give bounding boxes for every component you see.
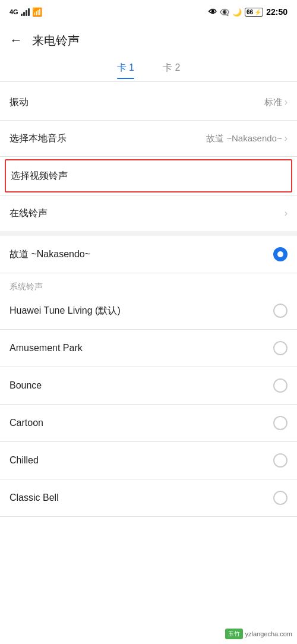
- thick-divider: [0, 231, 297, 236]
- ringtone-label-3: Cartoon: [10, 418, 43, 428]
- status-right: 👁 👁‍🗨 🌙 66 ⚡ 22:50: [208, 7, 287, 17]
- time-display: 22:50: [266, 7, 287, 17]
- divider1: [0, 120, 297, 121]
- divider-r3: [0, 441, 297, 442]
- eye-icon: 👁: [208, 7, 217, 17]
- divider-r5: [0, 516, 297, 517]
- divider2: [0, 156, 297, 157]
- watermark-text: yzlangecha.com: [245, 630, 293, 637]
- local-music-value: 故道 ~Nakasendo~ ›: [206, 133, 287, 144]
- highlight-border: 选择视频铃声: [5, 159, 292, 192]
- ringtone-label-2: Bounce: [10, 380, 42, 391]
- ringtone-radio-3[interactable]: [273, 416, 287, 430]
- tab-card1[interactable]: 卡 1: [117, 62, 134, 79]
- divider-r4: [0, 479, 297, 479]
- divider-r0: [0, 329, 297, 330]
- selected-ringtone-radio[interactable]: [273, 247, 287, 261]
- network-indicator: 4G: [10, 8, 18, 15]
- ringtone-radio-0[interactable]: [273, 304, 287, 318]
- ringtone-radio-1[interactable]: [273, 341, 287, 355]
- divider-r1: [0, 367, 297, 367]
- ringtone-item-1[interactable]: Amusement Park: [0, 332, 297, 364]
- ringtone-label-4: Chilled: [10, 455, 39, 466]
- ringtone-radio-4[interactable]: [273, 453, 287, 468]
- selected-ringtone-row[interactable]: 故道 ~Nakasendo~: [0, 238, 297, 270]
- watermark-logo: 玉竹: [225, 629, 243, 639]
- ringtone-item-3[interactable]: Cartoon: [0, 407, 297, 439]
- video-ringtone-row[interactable]: 选择视频铃声: [6, 160, 291, 191]
- wifi-icon: 📶: [32, 7, 42, 17]
- back-button[interactable]: ←: [10, 33, 23, 48]
- lightning-icon: ⚡: [254, 9, 261, 15]
- ringtone-item-4[interactable]: Chilled: [0, 444, 297, 476]
- signal-icon: [21, 8, 30, 16]
- tab-card2[interactable]: 卡 2: [163, 62, 180, 79]
- system-ringtones-label: 系统铃声: [0, 276, 297, 295]
- ringtone-radio-5[interactable]: [273, 491, 287, 505]
- ringtone-item-2[interactable]: Bounce: [0, 370, 297, 402]
- battery-level: 66: [247, 9, 253, 15]
- moon-icon: 🌙: [232, 8, 242, 17]
- local-music-label: 选择本地音乐: [10, 132, 67, 145]
- local-music-chevron: ›: [285, 133, 287, 144]
- status-bar: 4G 📶 👁 👁‍🗨 🌙 66 ⚡ 22:50: [0, 0, 297, 24]
- ringtone-label-1: Amusement Park: [10, 343, 83, 353]
- divider-r2: [0, 404, 297, 405]
- local-music-row[interactable]: 选择本地音乐 故道 ~Nakasendo~ ›: [0, 123, 297, 154]
- battery-icon: 66 ⚡: [245, 8, 263, 17]
- eye2-icon: 👁‍🗨: [220, 8, 229, 17]
- vibrate-value: 标准 ›: [264, 97, 287, 108]
- ringtone-label-0: Huawei Tune Living (默认): [10, 305, 121, 317]
- header: ← 来电铃声: [0, 24, 297, 57]
- ringtone-label-5: Classic Bell: [10, 493, 59, 503]
- watermark: 玉竹 yzlangecha.com: [225, 629, 293, 639]
- tabs-container: 卡 1 卡 2: [0, 57, 297, 79]
- ringtone-item-0[interactable]: Huawei Tune Living (默认): [0, 295, 297, 327]
- ringtone-item-5[interactable]: Classic Bell: [0, 482, 297, 514]
- vibrate-chevron: ›: [285, 97, 287, 108]
- vibrate-row[interactable]: 振动 标准 ›: [0, 87, 297, 118]
- divider3: [0, 195, 297, 195]
- selected-ringtone-label: 故道 ~Nakasendo~: [10, 248, 90, 261]
- page-title: 来电铃声: [32, 33, 80, 49]
- video-ringtone-label: 选择视频铃声: [11, 170, 68, 182]
- tabs-divider: [0, 81, 297, 82]
- divider4: [0, 273, 297, 273]
- online-ringtone-row[interactable]: 在线铃声 ›: [0, 198, 297, 229]
- ringtone-radio-2[interactable]: [273, 378, 287, 393]
- online-ringtone-chevron: ›: [285, 208, 287, 219]
- vibrate-label: 振动: [10, 96, 29, 109]
- online-ringtone-label: 在线铃声: [10, 207, 48, 220]
- online-ringtone-value: ›: [285, 208, 287, 219]
- status-left: 4G 📶: [10, 7, 42, 17]
